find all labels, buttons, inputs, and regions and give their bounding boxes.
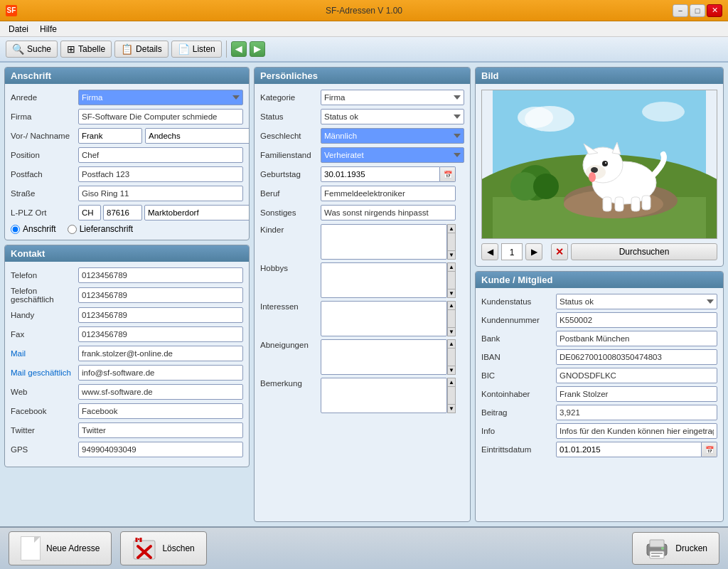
kundenstatus-select[interactable]: Status ok	[556, 294, 717, 309]
maximize-button[interactable]: □	[690, 4, 705, 17]
radio-lieferanschrift[interactable]: Lieferanschrift	[68, 224, 133, 234]
geschlecht-select[interactable]: Männlich	[321, 128, 464, 144]
abneigungen-scroll-down[interactable]: ▼	[448, 366, 455, 374]
eintrittsdatum-input[interactable]	[556, 442, 702, 457]
mail-input[interactable]	[78, 346, 243, 361]
fax-input[interactable]	[78, 326, 243, 342]
kinder-textarea[interactable]	[321, 224, 447, 260]
sonstiges-label: Sonstiges	[260, 208, 321, 217]
main-content: Anschrift Anrede Firma Firma Vor-/ Nachn…	[0, 63, 728, 526]
firma-input[interactable]	[78, 109, 243, 124]
mail-label[interactable]: Mail	[11, 349, 78, 358]
listen-button[interactable]: 📄 Listen	[171, 41, 222, 58]
nachname-input[interactable]	[145, 128, 250, 144]
facebook-input[interactable]	[78, 403, 243, 419]
telefonG-label: Telefon geschäftlich	[11, 287, 78, 304]
svg-point-23	[642, 102, 685, 122]
kontoinhaber-input[interactable]	[556, 386, 717, 402]
loeschen-button[interactable]: Löschen	[120, 531, 206, 565]
image-delete-button[interactable]: ✕	[551, 243, 568, 260]
interessen-textarea[interactable]	[321, 301, 447, 336]
image-next-button[interactable]: ▶	[525, 243, 542, 260]
menu-hilfe[interactable]: Hilfe	[34, 23, 63, 36]
interessen-scroll-down[interactable]: ▼	[448, 327, 455, 336]
hobbys-scroll-track	[448, 272, 455, 289]
abneigungen-wrapper: ▲ ▼	[321, 339, 456, 375]
handy-input[interactable]	[78, 307, 243, 323]
web-input[interactable]	[78, 384, 243, 400]
kategorie-label: Kategorie	[260, 93, 321, 102]
mailG-input[interactable]	[78, 365, 243, 381]
minimize-button[interactable]: −	[673, 4, 688, 17]
plz-input[interactable]	[103, 205, 142, 220]
radio-lieferanschrift-input[interactable]	[68, 225, 77, 234]
anschrift-header: Anschrift	[5, 68, 249, 84]
bic-input[interactable]	[556, 368, 717, 383]
geburtstag-calendar-button[interactable]: 📅	[440, 166, 456, 182]
nav-forward-button[interactable]: ▶	[250, 41, 265, 57]
neue-adresse-button[interactable]: Neue Adresse	[9, 531, 112, 565]
close-button[interactable]: ✕	[707, 4, 722, 17]
ort-input[interactable]	[144, 205, 250, 220]
tabelle-button[interactable]: ⊞ Tabelle	[60, 41, 112, 58]
vorname-input[interactable]	[78, 128, 142, 144]
bemerkung-textarea[interactable]	[321, 378, 447, 413]
hobbys-scroll-down[interactable]: ▼	[448, 289, 455, 297]
abneigungen-scroll-track	[448, 349, 455, 366]
eintrittsdatum-calendar-button[interactable]: 📅	[702, 442, 717, 457]
iban-input[interactable]	[556, 349, 717, 365]
lplzort-label: L-PLZ Ort	[11, 208, 78, 217]
mailG-label[interactable]: Mail geschäftlich	[11, 368, 78, 377]
suche-button[interactable]: 🔍 Suche	[6, 41, 58, 58]
abneigungen-scroll-up[interactable]: ▲	[448, 340, 455, 349]
eintrittsdatum-wrapper: 📅	[556, 442, 717, 457]
hobbys-textarea[interactable]	[321, 262, 447, 298]
gps-input[interactable]	[78, 442, 243, 457]
kundennummer-input[interactable]	[556, 312, 717, 328]
interessen-scroll-track	[448, 310, 455, 327]
radio-anschrift[interactable]: Anschrift	[11, 224, 56, 234]
interessen-scroll-up[interactable]: ▲	[448, 302, 455, 310]
anrede-row: Anrede Firma	[11, 90, 243, 105]
status-select[interactable]: Status ok	[321, 109, 464, 124]
radio-anschrift-input[interactable]	[11, 225, 20, 234]
kinder-label: Kinder	[260, 224, 321, 234]
telefonG-input[interactable]	[78, 287, 243, 303]
info-input[interactable]	[556, 423, 717, 439]
durchsuchen-button[interactable]: Durchsuchen	[571, 243, 717, 260]
hobbys-scroll-up[interactable]: ▲	[448, 263, 455, 272]
menu-datei[interactable]: Datei	[3, 23, 34, 36]
image-prev-button[interactable]: ◀	[481, 243, 498, 260]
menu-bar: Datei Hilfe	[0, 21, 728, 37]
postfach-input[interactable]	[78, 166, 243, 182]
details-button[interactable]: 📋 Details	[114, 41, 168, 58]
anrede-select[interactable]: Firma	[78, 90, 243, 105]
web-row: Web	[11, 384, 243, 400]
bemerkung-scroll-up[interactable]: ▲	[448, 378, 455, 387]
fax-label: Fax	[11, 330, 78, 339]
bank-input[interactable]	[556, 331, 717, 346]
abneigungen-textarea[interactable]	[321, 339, 447, 375]
land-input[interactable]	[78, 205, 101, 220]
kinder-scroll-up[interactable]: ▲	[448, 225, 455, 233]
bemerkung-wrapper: ▲ ▼	[321, 378, 456, 413]
familienstand-select[interactable]: Verheiratet	[321, 147, 464, 163]
sonstiges-input[interactable]	[321, 205, 456, 220]
kategorie-select[interactable]: Firma	[321, 90, 464, 105]
beitrag-input[interactable]	[556, 405, 717, 420]
postfach-label: Postfach	[11, 170, 78, 179]
kinder-scroll-down[interactable]: ▼	[448, 250, 455, 259]
abneigungen-scrollbar: ▲ ▼	[447, 339, 456, 375]
twitter-input[interactable]	[78, 422, 243, 438]
telefon-input[interactable]	[78, 267, 243, 283]
geburtstag-input[interactable]	[321, 166, 440, 182]
nav-back-button[interactable]: ◀	[231, 41, 247, 57]
dog-image-svg	[482, 90, 717, 239]
drucken-button[interactable]: Drucken	[632, 532, 719, 565]
beruf-input[interactable]	[321, 186, 456, 201]
kunde-panel: Kunde / Mitglied Kundenstatus Status ok …	[475, 271, 724, 522]
position-input[interactable]	[78, 147, 243, 163]
bemerkung-scroll-down[interactable]: ▼	[448, 404, 455, 413]
svg-point-11	[602, 161, 608, 166]
strasse-input[interactable]	[78, 186, 243, 201]
